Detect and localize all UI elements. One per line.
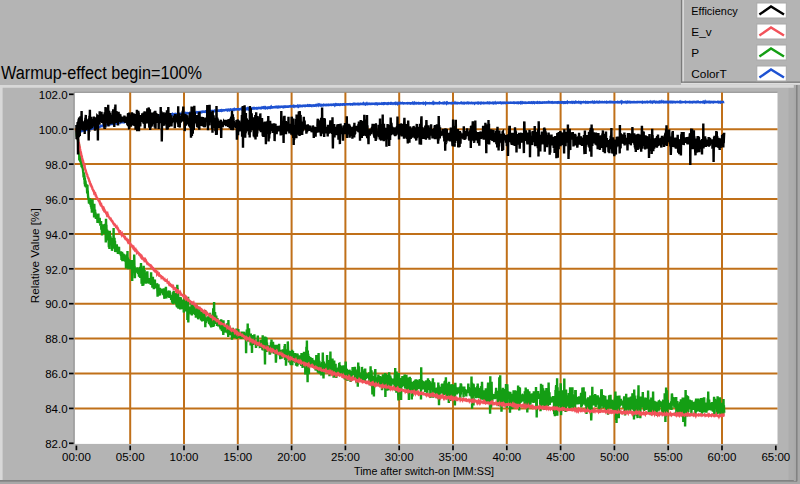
svg-text:25:00: 25:00 [331,451,360,463]
svg-text:82.0: 82.0 [45,438,67,450]
svg-text:94.0: 94.0 [45,229,67,241]
svg-text:86.0: 86.0 [45,368,67,380]
svg-text:65:00: 65:00 [761,451,790,463]
svg-text:35:00: 35:00 [439,451,468,463]
svg-text:05:00: 05:00 [116,451,145,463]
svg-text:98.0: 98.0 [45,159,67,171]
svg-text:102.0: 102.0 [39,89,68,101]
svg-text:92.0: 92.0 [45,264,67,276]
svg-text:Time after switch-on [MM:SS]: Time after switch-on [MM:SS] [354,464,494,478]
svg-text:88.0: 88.0 [45,333,67,345]
svg-text:10:00: 10:00 [170,451,199,463]
svg-text:E_v: E_v [691,25,711,39]
svg-text:Efficiency: Efficiency [691,4,738,18]
svg-text:Warmup-effect begin=100%: Warmup-effect begin=100% [1,63,202,83]
svg-text:00:00: 00:00 [62,451,91,463]
svg-text:100.0: 100.0 [39,124,68,136]
svg-text:P: P [691,46,699,60]
svg-text:45:00: 45:00 [546,451,575,463]
svg-text:40:00: 40:00 [492,451,521,463]
svg-text:50:00: 50:00 [600,451,629,463]
svg-text:20:00: 20:00 [277,451,306,463]
svg-text:60:00: 60:00 [708,451,737,463]
svg-text:84.0: 84.0 [45,403,67,415]
svg-text:90.0: 90.0 [45,298,67,310]
svg-text:Relative Value [%]: Relative Value [%] [28,208,42,303]
svg-text:15:00: 15:00 [223,451,252,463]
svg-text:30:00: 30:00 [385,451,414,463]
svg-text:ColorT: ColorT [691,67,726,81]
svg-text:55:00: 55:00 [654,451,683,463]
svg-text:96.0: 96.0 [45,194,67,206]
